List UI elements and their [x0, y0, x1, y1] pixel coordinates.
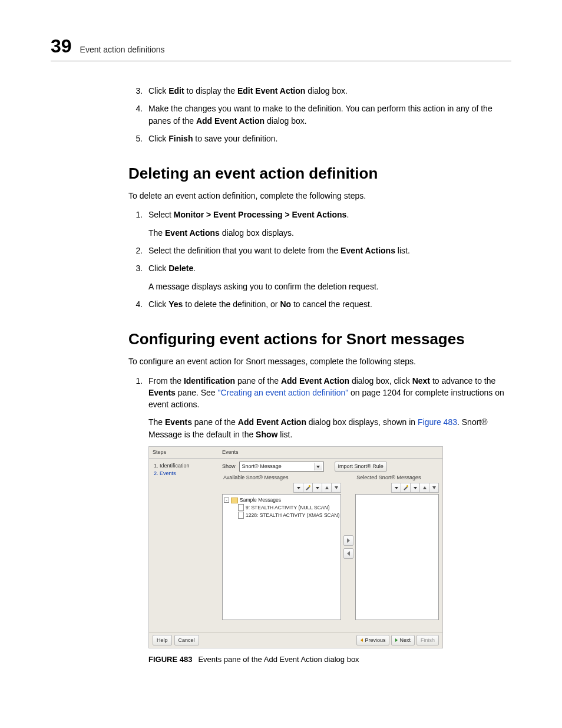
link-creating-event-action[interactable]: "Creating an event action definition" [218, 388, 349, 397]
chevron-down-icon [297, 487, 300, 489]
t: to advance to the [430, 376, 495, 386]
arrow-left-icon [347, 551, 350, 556]
heading-snort: Configuring event actions for Snort mess… [128, 330, 511, 348]
caption-lead: FIGURE 483 [148, 655, 192, 664]
text: . [193, 263, 196, 273]
toolbar-dropdown-button[interactable] [391, 483, 401, 493]
bold-text: No [280, 299, 291, 309]
b: Events [148, 388, 176, 397]
selected-title: Selected Snort® Messages [355, 474, 439, 483]
available-toolbar [222, 483, 341, 494]
caption-text: Events pane of the Add Event Action dial… [198, 655, 359, 664]
show-label: Show [222, 463, 236, 470]
link-figure-483[interactable]: Figure 483 [418, 417, 457, 427]
text: Click [148, 299, 168, 309]
toolbar-move-down-button[interactable] [429, 483, 439, 493]
label: Next [399, 637, 411, 644]
move-left-button[interactable] [343, 548, 353, 559]
tree-item-label: 1228: STEALTH ACTIVITY (XMAS SCAN) [246, 512, 339, 519]
import-snort-rule-button[interactable]: Import Snort® Rule [335, 462, 387, 472]
step-text: Make the changes you want to make to the… [148, 104, 492, 125]
toolbar-search-button[interactable] [303, 483, 313, 493]
move-right-button[interactable] [343, 535, 353, 546]
text: Select the definition that you want to d… [148, 246, 340, 255]
add-event-action-dialog: Steps 1. Identification 2. Events Events [148, 446, 443, 648]
chevron-down-icon [314, 463, 322, 470]
step-text: Click Yes to delete the definition, or N… [148, 299, 372, 309]
toolbar-dropdown2-button[interactable] [410, 483, 420, 493]
toolbar-search-button[interactable] [401, 483, 411, 493]
list-item: Click Finish to save your definition. [145, 133, 511, 144]
steps-pane: Steps 1. Identification 2. Events [149, 447, 219, 632]
deleting-steps-list: Select Monitor > Event Processing > Even… [128, 209, 511, 310]
text: Click [148, 86, 168, 95]
selected-listbox: Selected Snort® Messages [355, 474, 439, 620]
folder-icon [231, 498, 238, 503]
tree-item[interactable]: 1228: STEALTH ACTIVITY (XMAS SCAN) [238, 512, 339, 519]
step-text: Select Monitor > Event Processing > Even… [148, 210, 349, 219]
selected-tree[interactable] [355, 494, 439, 620]
step-sub: A message displays asking you to confirm… [148, 281, 511, 292]
b: Add Event Action [238, 417, 306, 427]
bold-text: Edit Event Action [237, 86, 305, 95]
arrow-right-icon [347, 538, 350, 543]
bold-text: Finish [168, 134, 193, 143]
previous-button[interactable]: Previous [356, 635, 389, 645]
tree-item[interactable]: 9: STEALTH ACTIVITY (NULL SCAN) [238, 504, 339, 512]
toolbar-move-up-button[interactable] [419, 483, 429, 493]
toolbar-dropdown-button[interactable] [293, 483, 303, 493]
arrow-left-icon [361, 638, 363, 642]
step-events[interactable]: 2. Events [154, 470, 215, 477]
snort-step-1-sub: The Events pane of the Add Event Action … [148, 416, 511, 440]
list-item: Select the definition that you want to d… [145, 245, 511, 256]
arrow-right-icon [395, 638, 398, 642]
step-text: Click Delete. [148, 263, 196, 273]
wand-icon [403, 485, 408, 490]
text: Select [148, 210, 174, 219]
bold-text: Event Actions [340, 246, 395, 255]
text: list. [395, 246, 410, 255]
events-pane: Events Show Snort® Message [219, 447, 442, 632]
header-title: Event action definitions [80, 45, 165, 54]
available-title: Available Snort® Messages [222, 474, 341, 483]
b: Show [256, 430, 277, 439]
collapse-icon[interactable]: - [224, 498, 229, 503]
available-listbox: Available Snort® Messages [222, 474, 341, 620]
list-item: Select Monitor > Event Processing > Even… [145, 209, 511, 239]
transfer-buttons [343, 474, 353, 620]
toolbar-move-down-button[interactable] [331, 483, 341, 493]
b: Identification [184, 376, 235, 386]
t: The [148, 417, 165, 427]
toolbar-move-up-button[interactable] [322, 483, 332, 493]
dialog-footer: Help Cancel Previous Next Finish [149, 632, 442, 648]
text: . [346, 210, 349, 219]
bold-text: Delete [168, 263, 193, 273]
figure-caption: FIGURE 483Events pane of the Add Event A… [148, 654, 511, 666]
tree-root[interactable]: - Sample Messages [224, 496, 339, 504]
step-identification[interactable]: 1. Identification [154, 462, 215, 470]
show-select[interactable]: Snort® Message [239, 462, 324, 472]
t: pane of the [192, 417, 238, 427]
chevron-down-icon [395, 487, 398, 489]
help-button[interactable]: Help [153, 635, 172, 645]
toolbar-dropdown2-button[interactable] [312, 483, 322, 493]
cancel-button[interactable]: Cancel [174, 635, 199, 645]
finish-button[interactable]: Finish [416, 635, 439, 645]
text: The [148, 228, 165, 238]
next-button[interactable]: Next [391, 635, 415, 645]
chevron-down-icon [316, 487, 319, 489]
available-tree[interactable]: - Sample Messages 9: STEALTH ACTIVITY (N… [222, 494, 341, 620]
step-text: Click Finish to save your definition. [148, 134, 277, 143]
wand-icon [305, 485, 310, 490]
bold-text: Edit [168, 86, 184, 95]
bold-text: Event Actions [165, 228, 220, 238]
list-item: Click Delete.A message displays asking y… [145, 262, 511, 292]
text: From the Identification pane of the Add … [148, 376, 504, 410]
deleting-intro: To delete an event action definition, co… [128, 190, 511, 202]
page-header: 39 Event action definitions [51, 35, 511, 61]
t: dialog box, click [349, 376, 412, 386]
bold-text: Monitor > Event Processing > Event Actio… [174, 210, 347, 219]
text: to save your definition. [193, 134, 277, 143]
bold-text: Add Event Action [196, 116, 265, 126]
text: dialog box displays. [220, 228, 294, 238]
